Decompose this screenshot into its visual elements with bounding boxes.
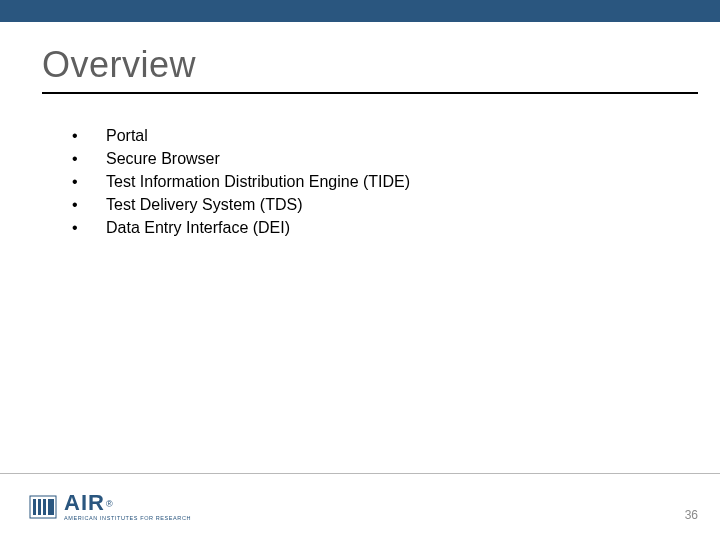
list-item: • Data Entry Interface (DEI)	[72, 218, 680, 238]
list-item-label: Test Information Distribution Engine (TI…	[106, 172, 410, 192]
slide-title: Overview	[42, 44, 698, 86]
logo-text: AIR® AMERICAN INSTITUTES FOR RESEARCH	[64, 492, 191, 522]
list-item: • Secure Browser	[72, 149, 680, 169]
top-bar	[0, 0, 720, 22]
svg-rect-4	[48, 499, 54, 515]
slide: Overview • Portal • Secure Browser • Tes…	[0, 0, 720, 540]
svg-rect-2	[38, 499, 41, 515]
bullet-icon: •	[72, 149, 106, 169]
logo-mark-icon	[28, 492, 58, 522]
list-item-label: Secure Browser	[106, 149, 220, 169]
page-number: 36	[685, 508, 698, 522]
list-item: • Test Information Distribution Engine (…	[72, 172, 680, 192]
list-item: • Portal	[72, 126, 680, 146]
footer-divider	[0, 473, 720, 474]
list-item-label: Test Delivery System (TDS)	[106, 195, 302, 215]
registered-mark-icon: ®	[106, 499, 113, 509]
bullet-icon: •	[72, 126, 106, 146]
title-block: Overview	[42, 44, 698, 94]
svg-rect-1	[33, 499, 36, 515]
bullet-list: • Portal • Secure Browser • Test Informa…	[72, 126, 680, 241]
logo-name: AIR	[64, 490, 105, 515]
list-item: • Test Delivery System (TDS)	[72, 195, 680, 215]
logo-subtext: AMERICAN INSTITUTES FOR RESEARCH	[64, 516, 191, 522]
bullet-icon: •	[72, 218, 106, 238]
bullet-icon: •	[72, 195, 106, 215]
svg-rect-3	[43, 499, 46, 515]
footer-logo: AIR® AMERICAN INSTITUTES FOR RESEARCH	[28, 492, 191, 522]
list-item-label: Data Entry Interface (DEI)	[106, 218, 290, 238]
list-item-label: Portal	[106, 126, 148, 146]
bullet-icon: •	[72, 172, 106, 192]
